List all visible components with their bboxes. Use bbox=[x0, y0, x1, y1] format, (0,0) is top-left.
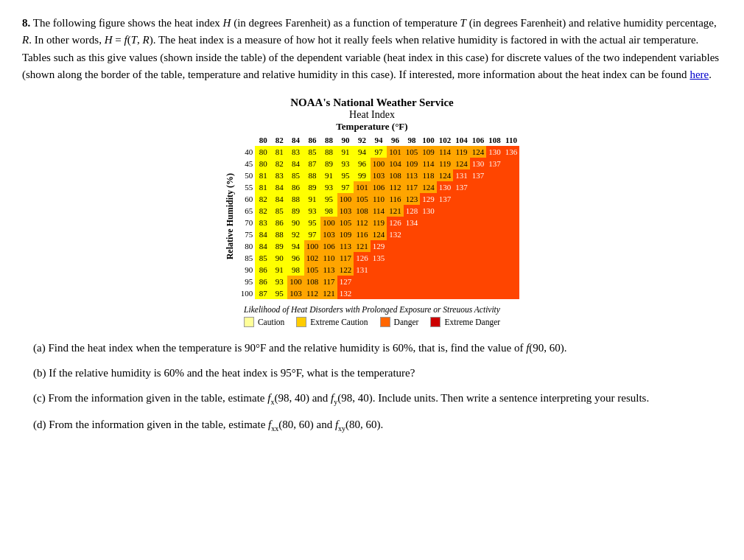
temp-108: 108 bbox=[486, 134, 503, 146]
extreme-danger-box bbox=[430, 317, 441, 327]
temp-90: 90 bbox=[337, 134, 354, 146]
table-row: 40 80 81 83 85 88 91 94 97 101 105 109 1… bbox=[239, 146, 520, 158]
heat-index-chart: NOAA's National Weather Service Heat Ind… bbox=[22, 97, 722, 327]
extreme-danger-label: Extreme Danger bbox=[444, 318, 500, 326]
rh-60: 60 bbox=[239, 193, 256, 205]
extreme-caution-box bbox=[296, 317, 306, 327]
problem-statement: 8. The following figure shows the heat i… bbox=[22, 15, 722, 83]
chart-title-main: NOAA's National Weather Service bbox=[290, 97, 454, 109]
extreme-caution-label: Extreme Caution bbox=[310, 318, 368, 326]
rh-40: 40 bbox=[239, 146, 256, 158]
heat-index-table: 80 82 84 86 88 90 92 94 96 98 100 102 10… bbox=[239, 134, 520, 299]
legend-extreme-caution: Extreme Caution bbox=[296, 317, 368, 327]
legend-title: Likelihood of Heat Disorders with Prolon… bbox=[244, 305, 500, 314]
temp-96: 96 bbox=[387, 134, 404, 146]
rh-55: 55 bbox=[239, 181, 256, 193]
danger-box bbox=[380, 317, 390, 327]
question-b: (b) If the relative humidity is 60% and … bbox=[37, 364, 722, 382]
rh-70: 70 bbox=[239, 217, 256, 228]
table-row: 90 86 91 98 105 113 122 131 bbox=[239, 264, 520, 276]
caution-box bbox=[244, 317, 254, 327]
question-d: (d) From the information given in the ta… bbox=[37, 416, 722, 435]
table-row: 80 84 89 94 100 106 113 121 129 bbox=[239, 240, 520, 252]
temp-106: 106 bbox=[470, 134, 487, 146]
temp-94: 94 bbox=[371, 134, 387, 146]
rh-65: 65 bbox=[239, 205, 256, 217]
table-wrapper: Relative Humidity (%) 80 82 84 86 88 90 … bbox=[225, 134, 520, 299]
temp-104: 104 bbox=[453, 134, 470, 146]
problem-number: 8. bbox=[22, 17, 30, 29]
temp-100: 100 bbox=[420, 134, 437, 146]
caution-label: Caution bbox=[258, 318, 284, 326]
rh-75: 75 bbox=[239, 228, 256, 240]
question-c: (c) From the information given in the ta… bbox=[37, 389, 722, 408]
rh-90: 90 bbox=[239, 264, 256, 276]
table-row: 55 81 84 86 89 93 97 101 106 112 117 124… bbox=[239, 181, 520, 193]
rh-80: 80 bbox=[239, 240, 256, 252]
corner-cell bbox=[239, 134, 256, 146]
table-row: 85 85 90 96 102 110 117 126 135 bbox=[239, 252, 520, 264]
rh-100: 100 bbox=[239, 287, 256, 299]
question-a: (a) Find the heat index when the tempera… bbox=[37, 339, 722, 357]
table-row: 65 82 85 89 93 98 103 108 114 121 128 13… bbox=[239, 205, 520, 217]
sub-questions: (a) Find the heat index when the tempera… bbox=[22, 339, 722, 435]
temp-98: 98 bbox=[404, 134, 421, 146]
temperature-header-row: 80 82 84 86 88 90 92 94 96 98 100 102 10… bbox=[239, 134, 520, 146]
temp-82: 82 bbox=[271, 134, 287, 146]
temp-92: 92 bbox=[354, 134, 371, 146]
temp-88: 88 bbox=[320, 134, 337, 146]
temp-84: 84 bbox=[287, 134, 304, 146]
table-row: 45 80 82 84 87 89 93 96 100 104 109 114 … bbox=[239, 158, 520, 169]
temp-80: 80 bbox=[255, 134, 271, 146]
table-row: 95 86 93 100 108 117 127 bbox=[239, 276, 520, 287]
legend-caution: Caution bbox=[244, 317, 284, 327]
rh-50: 50 bbox=[239, 169, 256, 181]
temp-102: 102 bbox=[437, 134, 454, 146]
table-row: 100 87 95 103 112 121 132 bbox=[239, 287, 520, 299]
here-link[interactable]: here bbox=[689, 69, 709, 80]
rh-85: 85 bbox=[239, 252, 256, 264]
x-axis-title: Temperature (°F) bbox=[336, 121, 407, 133]
legend-items: Caution Extreme Caution Danger Extreme D… bbox=[244, 317, 500, 327]
table-row: 60 82 84 88 91 95 100 105 110 116 123 12… bbox=[239, 193, 520, 205]
temp-110: 110 bbox=[503, 134, 520, 146]
table-row: 75 84 88 92 97 103 109 116 124 132 bbox=[239, 228, 520, 240]
rh-45: 45 bbox=[239, 158, 256, 169]
chart-title-sub: Heat Index bbox=[349, 109, 395, 121]
table-row: 70 83 86 90 95 100 105 112 119 126 134 bbox=[239, 217, 520, 228]
rh-95: 95 bbox=[239, 276, 256, 287]
temp-86: 86 bbox=[304, 134, 321, 146]
legend-danger: Danger bbox=[380, 317, 419, 327]
danger-label: Danger bbox=[394, 318, 419, 326]
legend: Likelihood of Heat Disorders with Prolon… bbox=[244, 305, 500, 327]
y-axis-label: Relative Humidity (%) bbox=[225, 173, 236, 259]
table-row: 50 81 83 85 88 91 95 99 103 108 113 118 … bbox=[239, 169, 520, 181]
legend-extreme-danger: Extreme Danger bbox=[430, 317, 500, 327]
